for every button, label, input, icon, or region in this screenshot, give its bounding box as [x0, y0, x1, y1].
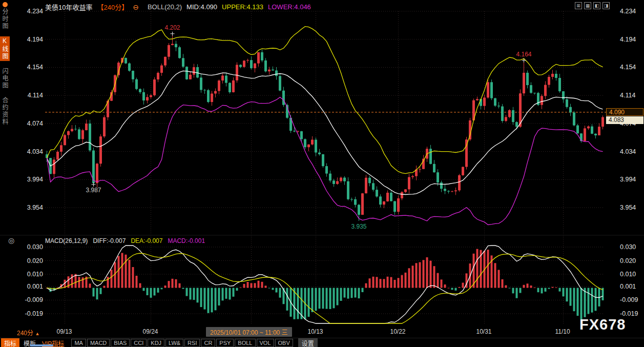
toolbar-tab-psy[interactable]: PSY — [216, 339, 234, 347]
y-axis-label-left: 4.234 — [27, 8, 43, 15]
macd-histogram-bar — [408, 268, 410, 288]
annotation-label: 3.987 — [86, 187, 101, 194]
macd-axis-label-left: -0.019 — [25, 310, 43, 317]
crosshair-toggle-icon[interactable]: ◎ — [8, 236, 14, 244]
indicator-button[interactable]: 指标 — [1, 338, 19, 347]
candle-body — [494, 98, 496, 106]
candle-body — [551, 74, 554, 77]
candle-body — [444, 189, 446, 191]
macd-histogram-bar — [516, 288, 518, 298]
y-axis-label-left: 4.074 — [27, 120, 43, 127]
candle-body — [383, 201, 385, 205]
macd-histogram-bar — [416, 263, 418, 288]
macd-histogram-bar — [358, 288, 360, 299]
y-axis-label-left: 3.954 — [27, 204, 43, 211]
sidebar-item-kline-chart[interactable]: K线图 — [0, 36, 10, 61]
timeframe-selector[interactable]: 240分 ▲ — [17, 328, 39, 337]
macd-histogram-bar — [398, 278, 400, 288]
candle-body — [397, 198, 400, 212]
macd-histogram-bar — [401, 275, 403, 288]
price-macd-chart[interactable]: 4.2023.9874.1643.9354.2344.2344.1944.194… — [0, 0, 644, 347]
macd-histogram-bar — [541, 288, 543, 294]
panel-right-icon[interactable]: ◨ — [603, 2, 610, 9]
macd-histogram-bar — [534, 288, 536, 288]
candle-body — [142, 92, 145, 100]
macd-histogram-bar — [523, 285, 525, 288]
candle-body — [185, 67, 188, 79]
scrollbar-thumb[interactable] — [30, 344, 53, 346]
candle-body — [401, 192, 403, 198]
candle-body — [304, 139, 306, 148]
sidebar-item-time-share-chart[interactable]: 分时图 — [0, 7, 10, 31]
candle-body — [501, 107, 504, 121]
macd-histogram-bar — [218, 288, 220, 305]
macd-histogram-bar — [118, 256, 120, 288]
candle-body — [67, 131, 70, 135]
macd-histogram-bar — [329, 288, 331, 309]
toolbar-tab-obv[interactable]: OBV — [275, 339, 293, 347]
annotation-marker-icon — [92, 182, 96, 187]
candle-body — [279, 76, 281, 90]
time-axis-label: 10/22 — [390, 328, 406, 335]
candle-body — [548, 77, 550, 85]
candle-body — [440, 182, 443, 189]
toolbar-tab-boll[interactable]: BOLL — [235, 339, 255, 347]
macd-histogram-bar — [412, 266, 414, 288]
settings-button[interactable]: 设置 — [298, 338, 318, 347]
macd-histogram-bar — [548, 288, 550, 289]
candle-body — [132, 71, 134, 79]
candle-body — [404, 189, 407, 192]
macd-histogram-bar — [103, 286, 106, 288]
candle-body — [56, 152, 59, 159]
y-axis-label-left: 4.194 — [27, 36, 43, 43]
candle-body — [411, 176, 414, 177]
toolbar-tab-cci[interactable]: CCI — [131, 339, 147, 347]
candle-body — [587, 127, 590, 129]
sidebar: 分时图K线图闪电图合约资料 — [0, 7, 10, 127]
macd-histogram-bar — [505, 285, 507, 288]
macd-histogram-bar — [566, 288, 568, 302]
macd-histogram-bar — [520, 288, 522, 293]
macd-histogram-bar — [383, 279, 385, 288]
candle-body — [189, 75, 192, 79]
macd-histogram-bar — [161, 288, 163, 290]
toolbar-tab-rsi[interactable]: RSI — [184, 339, 200, 347]
candle-body — [193, 67, 195, 75]
toolbar-tab-macd[interactable]: MACD — [87, 339, 110, 347]
candle-body — [246, 60, 249, 60]
toolbar-tab-vol[interactable]: VOL — [257, 339, 274, 347]
macd-axis-label-right: 0.030 — [620, 243, 636, 251]
candle-body — [361, 193, 364, 215]
candle-body — [490, 82, 493, 98]
macd-histogram-bar — [441, 279, 443, 288]
candle-body — [368, 178, 371, 183]
toolbar-tab-ma[interactable]: MA — [71, 339, 86, 347]
macd-histogram-bar — [121, 253, 123, 288]
macd-histogram-bar — [265, 285, 267, 288]
y-axis-label-left: 4.114 — [28, 92, 43, 99]
candle-body — [598, 127, 600, 135]
macd-histogram-bar — [426, 257, 428, 288]
candle-body — [325, 166, 328, 174]
new-window-icon[interactable]: ⊞ — [575, 2, 582, 9]
grid-layout-icon[interactable]: ▦ — [584, 2, 591, 9]
sidebar-item-contract-info[interactable]: 合约资料 — [0, 96, 10, 127]
candle-body — [322, 154, 324, 166]
macd-histogram-bar — [279, 288, 281, 298]
collapse-indicator-icon[interactable]: ⊖ — [133, 3, 139, 11]
toolbar-tab-lw[interactable]: LW& — [165, 339, 183, 347]
candle-body — [347, 181, 349, 199]
macd-histogram-bar — [405, 273, 407, 288]
annotation-label: 4.202 — [164, 24, 180, 31]
toolbar-tab-cr[interactable]: CR — [201, 339, 215, 347]
macd-axis-label-right: 0.010 — [620, 271, 636, 278]
toolbar-tab-kdj[interactable]: KDJ — [148, 339, 164, 347]
sidebar-item-flash-chart[interactable]: 闪电图 — [0, 67, 10, 90]
toolbar-tab-bias[interactable]: BIAS — [111, 339, 130, 347]
macd-histogram-bar — [451, 288, 453, 290]
macd-histogram-bar — [372, 277, 375, 288]
panel-left-icon[interactable]: ◧ — [593, 2, 600, 9]
chart-canvas[interactable]: 4.2023.9874.1643.9354.2344.2344.1944.194… — [0, 0, 644, 347]
macd-axis-label-left: -0.009 — [25, 296, 43, 303]
candle-body — [336, 181, 339, 184]
